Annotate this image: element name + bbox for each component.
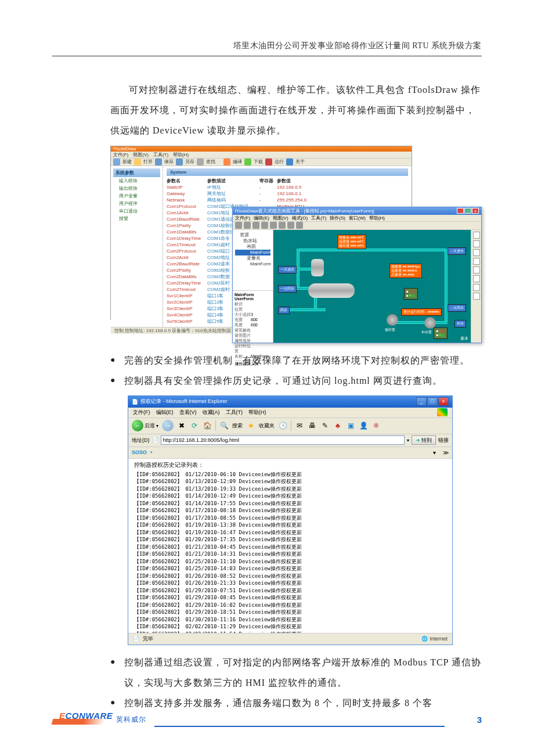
menu-item[interactable]: 视图(V) (133, 152, 149, 158)
tree-node[interactable]: 用户变量 (113, 192, 160, 200)
forward-button[interactable]: → (162, 420, 174, 431)
grid-row[interactable]: Gateway网关地址-192.168.0.1 (167, 190, 408, 197)
menu-item[interactable]: 文件(F) (133, 409, 150, 416)
menu-item[interactable]: 帮助(H) (248, 409, 266, 416)
menu-item[interactable]: 帮助(H) (173, 152, 189, 158)
menu-item[interactable]: 查看(V) (179, 409, 197, 416)
min-icon[interactable]: _ (457, 208, 464, 214)
tb-run[interactable]: 运行 (275, 159, 284, 165)
win1-tree[interactable]: 系统参数 输入模块 输出模块 用户变量 用户程序 串口通信 报警 (111, 166, 163, 327)
new-icon[interactable] (113, 159, 120, 165)
tb-about[interactable]: 关于 (295, 159, 305, 165)
close-icon[interactable]: × (438, 397, 449, 406)
run-icon[interactable] (265, 159, 272, 165)
tb-new[interactable]: 新建 (122, 159, 132, 165)
tool-icon[interactable] (473, 249, 480, 256)
tool-icon[interactable]: ❋ (371, 421, 381, 430)
back-button[interactable]: ←后退▾ (132, 420, 158, 431)
tool-icon[interactable] (473, 258, 480, 265)
grid-row[interactable]: StaticIPIP地址-192.168.0.5 (167, 184, 408, 190)
max-icon[interactable]: □ (427, 397, 438, 406)
max-icon[interactable]: □ (464, 208, 471, 214)
tb-saveas[interactable]: 另存 (185, 159, 194, 165)
mail-icon[interactable]: ✉ (295, 421, 304, 430)
print-icon[interactable]: 🖶 (308, 421, 317, 430)
property-row[interactable]: 高度600 (234, 322, 271, 327)
win2-properties[interactable]: MainForm UserForm 标识位置大小选择3宽度800高度600背景颜… (233, 290, 273, 343)
property-row[interactable]: 大小选择3 (234, 312, 271, 317)
menu-item[interactable]: 文件(F) (235, 215, 250, 221)
find-icon[interactable] (197, 159, 204, 165)
property-row[interactable]: 背景图片 (234, 333, 271, 338)
menu-item[interactable]: 操作(S) (330, 215, 345, 221)
menu-item[interactable]: 工具(T) (311, 215, 326, 221)
property-row[interactable]: 宽度800 (234, 317, 271, 322)
tb-save[interactable]: 保存 (164, 159, 174, 165)
property-row[interactable]: 属性组块 (234, 338, 271, 343)
menu-item[interactable]: 帮助(H) (369, 215, 385, 221)
menu-item[interactable]: 编辑(E) (156, 409, 174, 416)
about-icon[interactable] (286, 159, 293, 165)
favorites-icon[interactable]: ★ (246, 421, 255, 430)
win2-canvas[interactable]: 测量点 ###.##℃ 温度值 ###.##℃ 输出值 ###.##% 测量值 … (273, 230, 471, 343)
tool-icon[interactable] (473, 232, 480, 239)
tool-icon[interactable] (473, 293, 480, 300)
go-button[interactable]: ➔转到 (412, 435, 436, 445)
tree-node[interactable]: 报警 (113, 215, 160, 222)
home-icon[interactable]: 🏠 (203, 421, 212, 430)
tool-icon[interactable] (473, 240, 480, 247)
edit-icon[interactable]: ✎ (320, 421, 330, 430)
tool-icon[interactable]: 👤 (359, 421, 368, 430)
search-icon[interactable]: 🔍 (219, 421, 229, 430)
refresh-icon[interactable]: ⟳ (190, 421, 199, 430)
save-icon[interactable] (155, 159, 162, 165)
history-icon[interactable]: 🕓 (278, 421, 287, 430)
saveas-icon[interactable] (176, 159, 183, 165)
menu-item[interactable]: 工具(T) (226, 409, 243, 416)
download-icon[interactable] (244, 159, 251, 165)
tool-icon[interactable] (287, 222, 294, 229)
tool-icon[interactable] (270, 222, 277, 229)
tool-icon[interactable] (252, 222, 259, 229)
tb-compile[interactable]: 编译 (233, 159, 242, 165)
tree-node[interactable]: 输出模块 (113, 185, 160, 192)
fav-label[interactable]: 收藏夹 (259, 422, 275, 430)
min-icon[interactable]: _ (416, 397, 427, 406)
tool-icon[interactable] (279, 222, 286, 229)
tb-find[interactable]: 查找 (206, 159, 215, 165)
close-icon[interactable]: × (472, 208, 479, 214)
property-row[interactable]: 位置 (234, 307, 271, 312)
tool-icon[interactable] (244, 222, 251, 229)
win2-tree[interactable]: 资源 热水站 画面 MainForm 变量名 MainForm (233, 230, 273, 290)
tool-icon[interactable] (473, 275, 480, 282)
win2-toolbox[interactable] (471, 230, 481, 343)
tool-icon[interactable] (296, 222, 303, 229)
open-icon[interactable] (134, 159, 141, 165)
tool-icon[interactable] (473, 284, 480, 291)
menu-item[interactable]: 编辑(E) (254, 215, 269, 221)
tree-node[interactable]: 输入模块 (113, 177, 160, 185)
tb-download[interactable]: 下载 (254, 159, 263, 165)
tool-icon[interactable] (235, 222, 242, 229)
menu-item[interactable]: 收藏(A) (203, 409, 220, 416)
tree-node[interactable]: 串口通信 (113, 207, 160, 215)
search-label[interactable]: 搜索 (232, 422, 243, 430)
grid-row[interactable]: Netmask网络掩码-255.255.254.0 (167, 197, 408, 203)
url-input[interactable] (161, 435, 405, 445)
tree-node[interactable]: 用户程序 (113, 200, 160, 207)
tb-open[interactable]: 打开 (143, 159, 153, 165)
tool-icon[interactable] (261, 222, 268, 229)
menu-item[interactable]: 格式(O) (292, 215, 308, 221)
stop-icon[interactable]: ✖ (177, 421, 186, 430)
menu-item[interactable]: 视图(V) (273, 215, 288, 221)
menu-item[interactable]: 窗口(W) (349, 215, 366, 221)
compile-icon[interactable] (223, 159, 230, 165)
property-row[interactable]: 标识 (234, 301, 271, 307)
tool-icon[interactable]: ▣ (346, 421, 355, 430)
links-label[interactable]: 链接 (438, 437, 449, 444)
dropdown-icon[interactable]: ▾ (407, 438, 409, 443)
property-row[interactable]: 背景颜色 (234, 327, 271, 333)
tool-icon[interactable] (473, 267, 480, 273)
menu-item[interactable]: 工具(T) (153, 152, 168, 158)
menu-item[interactable]: 文件(F) (113, 152, 128, 158)
